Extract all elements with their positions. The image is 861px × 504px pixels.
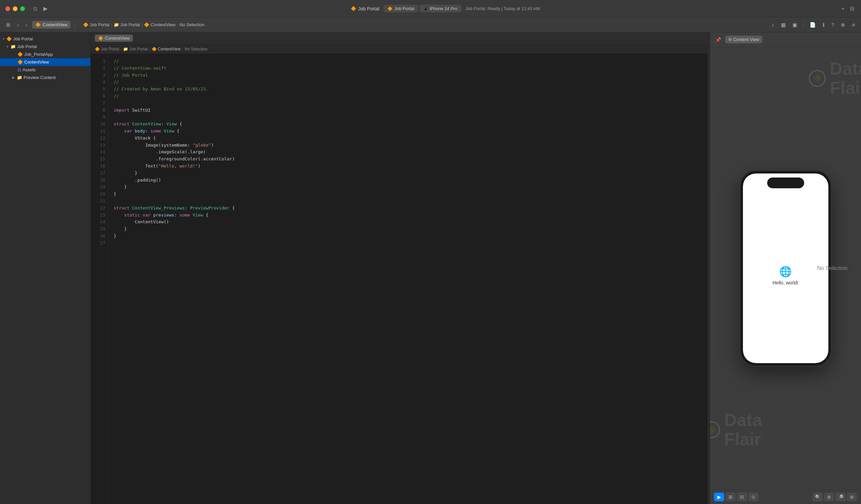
sidebar-label-root: Job Portal [13,36,33,41]
back-button[interactable]: ‹ [15,20,21,29]
dynamic-island [767,178,804,188]
title-bar-controls: + ⊟ [840,4,856,13]
tab-swift-icon: 🔶 [387,6,393,11]
bc-sep: › [120,47,122,52]
maximize-button[interactable] [20,6,25,11]
sidebar-label-contentview: ContentView [24,59,49,65]
pin-button[interactable]: 📌 [714,36,722,44]
bc-jp2[interactable]: 📁 Job Portal [123,47,147,52]
toolbar-separator [75,22,75,28]
main-content: ▾ 🔶 Job Portal ▾ 📁 Job Portal 🔶 Job_Port… [0,32,861,504]
sidebar-item-app[interactable]: 🔶 Job_PortalApp [0,51,91,58]
preview-device-button[interactable]: ⊟ [737,493,747,501]
editor-nav: 🔶 ContentView [91,32,708,44]
sidebar-item-preview-content[interactable]: ▶ 📁 Preview Content [0,74,91,81]
split-view-icon: ⊟ [849,4,856,13]
bc-content-view[interactable]: 🔶 ContentView [144,22,175,27]
editor-tab-label: ContentView [105,36,129,41]
folder-icon: 📁 [11,44,16,49]
content-view-button[interactable]: ⊟ Content View [725,36,763,43]
diff-icon[interactable]: ↕ [769,20,776,29]
toolbar-right: ↕ ▦ ▣ 📄 ℹ ? ⊕ ≡ [769,20,857,29]
bc-nosel: No Selection [184,47,207,52]
tab-iphone-label: iPhone 14 Pro [429,6,457,11]
preview-panel: 🔶 Data Flair 📌 ⊟ Content View 🌐 [710,32,861,504]
title-bar-tabs: 🔶 Job Portal 📱 iPhone 14 Pro [383,5,462,12]
preview-play-button[interactable]: ▶ [714,493,724,501]
sidebar-item-job-portal[interactable]: ▾ 📁 Job Portal [0,43,91,51]
editor-tab-contentview[interactable]: 🔶 ContentView [95,34,133,42]
hello-text: Hello, world! [773,280,798,285]
toolbar: ⊞ ‹ › 🔶 ContentView 🔶 Job Portal › 📁 Job… [0,17,861,32]
preview-body: 🌐 Hello, world! No Selection 🔶 Data Flai… [710,47,861,489]
sidebar-item-root[interactable]: ▾ 🔶 Job Portal [0,35,91,43]
swift-icon: 🔶 [6,36,12,41]
bc-sep-3: › [177,22,178,27]
bc-sep3: › [182,47,183,52]
menu-icon[interactable]: ≡ [850,20,857,29]
active-file-tab[interactable]: 🔶 ContentView [32,21,71,29]
traffic-lights [5,6,25,11]
chevron-down-icon: ▾ [3,37,4,41]
zoom-reset-button[interactable]: ⊗ [847,493,857,501]
tab-job-portal[interactable]: 🔶 Job Portal [383,5,419,12]
sidebar-label-assets: Assets [23,67,36,72]
swiftui-icon: 🔶 [17,59,23,65]
preview-footer: ▶ ⊞ ⊟ ⊙ 🔍 ⊕ 🔎 ⊗ [710,489,861,504]
preview-footer-left: ▶ ⊞ ⊟ ⊙ [714,493,758,501]
preview-grid-button[interactable]: ⊞ [725,493,736,501]
chevron-right-icon: ▶ [12,76,15,79]
sidebar-item-contentview[interactable]: 🔶 ContentView [0,58,91,66]
no-selection-label: No Selection [817,265,848,271]
swift-app-icon: 🔶 [17,52,23,57]
forward-button[interactable]: › [24,20,29,29]
watermark-logo-bottom: 🔶 [710,421,720,438]
file-new-icon[interactable]: 📄 [807,20,818,29]
info-icon-1[interactable]: ℹ [821,20,827,29]
zoom-in-button[interactable]: 🔍 [812,493,823,501]
info-icon-2[interactable]: ? [829,20,836,29]
sidebar: ▾ 🔶 Job Portal ▾ 📁 Job Portal 🔶 Job_Port… [0,32,91,504]
add-tab-button[interactable]: + [840,4,846,13]
status-text: Job Portal: Ready | Today at 11:43 AM [465,6,540,11]
info-icon-3[interactable]: ⊕ [839,20,847,29]
bc-job-portal-2[interactable]: 📁 Job Portal [114,22,140,27]
toolbar-sep-2 [803,22,804,28]
bc-jp1[interactable]: 🔶 Job Portal [95,47,119,52]
code-editor: 123456 789101112 131415161718 1920212223… [91,54,708,504]
iphone-screen: 🌐 Hello, world! [743,173,829,363]
canvas-icon[interactable]: ▣ [790,20,799,29]
tab-job-portal-label: Job Portal [395,6,414,11]
watermark-text-bottom: Data Flair [724,410,762,449]
play-button[interactable]: ▶ [40,5,51,12]
zoom-out-button[interactable]: 🔎 [835,493,846,501]
globe-icon: 🌐 [779,266,792,277]
tab-iphone[interactable]: 📱 iPhone 14 Pro [420,5,461,12]
editor-area: 🔶 ContentView 🔶 Job Portal › 📁 Job Porta… [91,32,708,504]
sidebar-item-assets[interactable]: ⊟ Assets [0,66,91,74]
minimize-button[interactable] [13,6,17,11]
line-numbers: 123456 789101112 131415161718 1920212223… [91,54,108,504]
sidebar-label-job-portal: Job Portal [17,44,37,49]
code-review-icon[interactable]: ▦ [779,20,788,29]
active-file-label: ContentView [43,22,67,27]
title-bar: ⊡ ▶ 🔶 Job Portal 🔶 Job Portal 📱 iPhone 1… [0,0,861,17]
active-file-swift-icon: 🔶 [35,22,41,27]
close-button[interactable] [5,6,10,11]
preview-header: 📌 ⊟ Content View [710,32,861,47]
layout-button[interactable]: ⊞ [4,20,12,29]
breadcrumb-bar: 🔶 Job Portal › 📁 Job Portal › 🔶 ContentV… [79,22,767,27]
zoom-fit-button[interactable]: ⊕ [824,493,834,501]
editor-breadcrumb: 🔶 Job Portal › 📁 Job Portal › 🔶 ContentV… [91,44,708,54]
sidebar-toggle-icon[interactable]: ⊡ [30,6,40,11]
bc-job-portal-1[interactable]: 🔶 Job Portal [83,22,109,27]
chevron-down-icon: ▾ [7,45,9,48]
bc-no-selection[interactable]: No Selection [180,22,204,27]
app-swift-icon: 🔶 [351,6,356,11]
tab-phone-icon: 📱 [423,7,427,11]
bc-sep-2: › [141,22,142,27]
sidebar-label-app: Job_PortalApp [24,52,53,57]
code-content[interactable]: // // ContentView.swift // Job Portal //… [108,54,708,504]
bc-cv[interactable]: 🔶 ContentView [152,47,181,52]
preview-info-button[interactable]: ⊙ [748,493,758,501]
